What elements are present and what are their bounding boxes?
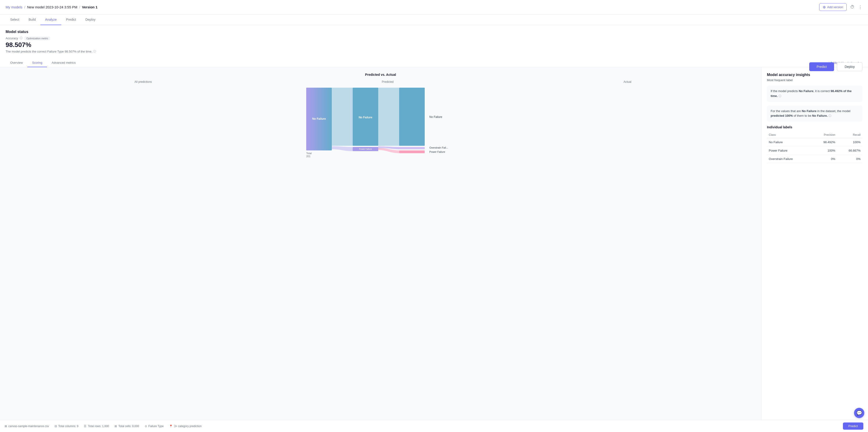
col-header-precision: Precision bbox=[812, 132, 837, 138]
chat-icon: 💬 bbox=[857, 410, 862, 416]
status-target: ⊙ Failure Type bbox=[145, 425, 164, 427]
insight2-bold3: No Failure. bbox=[812, 114, 828, 117]
svg-rect-3 bbox=[399, 88, 425, 146]
more-options-button[interactable]: ⋮ bbox=[858, 5, 862, 10]
main-content: Predicted vs. Actual All predictions Pre… bbox=[0, 67, 868, 427]
insight-block-2: For the values that are No Failure in th… bbox=[767, 106, 862, 122]
subtab-scoring[interactable]: Scoring bbox=[27, 59, 47, 67]
main-nav: Select Build Analyze Predict Deploy bbox=[0, 15, 868, 25]
model-status-title: Model status bbox=[6, 30, 862, 34]
status-file-name: canvas-sample-maintenance.csv bbox=[8, 425, 49, 427]
svg-rect-5 bbox=[399, 150, 425, 153]
table-row: Overstrain Failure 0% 0% bbox=[767, 155, 862, 163]
cells-icon: ⊞ bbox=[115, 425, 117, 427]
predict-button[interactable]: Predict bbox=[809, 62, 834, 71]
status-bar: ⊞ canvas-sample-maintenance.csv ⊟ Total … bbox=[0, 420, 868, 427]
insight-block-1: If the model predicts No Failure, it is … bbox=[767, 86, 862, 102]
svg-text:Power Failure: Power Failure bbox=[359, 148, 372, 150]
model-status-section: Model status Accuracy ⓘ Optimization met… bbox=[0, 25, 868, 54]
precision-power-failure: 100% bbox=[812, 146, 837, 155]
subtab-advanced[interactable]: Advanced metrics bbox=[47, 59, 80, 67]
accuracy-description: The model predicts the correct Failure T… bbox=[6, 50, 862, 54]
header-actions: ⊕ Add version ⏱ ⋮ bbox=[819, 3, 862, 11]
action-buttons: Predict Deploy bbox=[809, 62, 862, 71]
app-header: My models / New model 2023-10-24 3:55 PM… bbox=[0, 0, 868, 15]
accuracy-value: 98.507% bbox=[6, 41, 862, 49]
sankey-chart: No Failure No Failure Power Failure No F… bbox=[6, 85, 755, 164]
breadcrumb: My models / New model 2023-10-24 3:55 PM… bbox=[6, 5, 98, 9]
status-file: ⊞ canvas-sample-maintenance.csv bbox=[5, 425, 49, 427]
panel-title: Model accuracy insights bbox=[767, 73, 862, 77]
svg-text:No Failure: No Failure bbox=[359, 116, 372, 119]
status-prediction-type: 📍 3+ category prediction bbox=[169, 425, 202, 427]
model-name: New model 2023-10-24 3:55 PM bbox=[27, 5, 78, 9]
file-icon: ⊞ bbox=[5, 425, 7, 427]
rows-icon: ☰ bbox=[84, 425, 86, 427]
history-button[interactable]: ⏱ bbox=[850, 5, 855, 9]
precision-no-failure: 98.492% bbox=[812, 138, 837, 146]
desc-info-icon: ⓘ bbox=[93, 50, 96, 54]
precision-overstrain-failure: 0% bbox=[812, 155, 837, 163]
status-target-value: Failure Type bbox=[149, 425, 164, 427]
status-cells-value: Total cells: 9,000 bbox=[118, 425, 139, 427]
insight2-bold1: No Failure bbox=[802, 109, 817, 113]
right-panel: Model accuracy insights Most frequent la… bbox=[761, 67, 868, 427]
plus-circle-icon: ⊕ bbox=[823, 5, 826, 9]
col-header-class: Class bbox=[767, 132, 812, 138]
svg-text:Power Failure: Power Failure bbox=[429, 150, 445, 153]
class-power-failure: Power Failure bbox=[767, 146, 812, 155]
version-label: Version 1 bbox=[82, 5, 98, 9]
svg-rect-4 bbox=[399, 147, 425, 149]
chart-column-labels: All predictions Predicted Actual bbox=[6, 80, 755, 84]
status-columns: ⊟ Total columns: 9 bbox=[55, 425, 79, 427]
status-prediction-type-value: 3+ category prediction bbox=[174, 425, 202, 427]
recall-no-failure: 100% bbox=[837, 138, 862, 146]
predict-button-bottom[interactable]: Predict bbox=[843, 423, 863, 427]
status-cells: ⊞ Total cells: 9,000 bbox=[115, 425, 139, 427]
col-header-recall: Recall bbox=[837, 132, 862, 138]
insight1-bold1: No Failure bbox=[799, 89, 814, 93]
prediction-type-icon: 📍 bbox=[169, 425, 173, 427]
chart-title: Predicted vs. Actual bbox=[6, 73, 755, 77]
my-models-link[interactable]: My models bbox=[6, 5, 23, 9]
col-actual: Actual bbox=[624, 80, 631, 84]
recall-power-failure: 66.667% bbox=[837, 146, 862, 155]
col-all-predictions: All predictions bbox=[134, 80, 152, 84]
sep1: / bbox=[24, 5, 25, 9]
tab-build[interactable]: Build bbox=[24, 15, 40, 25]
status-rows-value: Total rows: 1,000 bbox=[88, 425, 109, 427]
chart-area: Predicted vs. Actual All predictions Pre… bbox=[0, 67, 761, 427]
insight1-info-icon: ⓘ bbox=[779, 94, 781, 98]
individual-labels-table: Class Precision Recall No Failure 98.492… bbox=[767, 132, 862, 163]
accuracy-desc-text: The model predicts the correct Failure T… bbox=[6, 50, 92, 53]
recall-overstrain-failure: 0% bbox=[837, 155, 862, 163]
table-row: No Failure 98.492% 100% bbox=[767, 138, 862, 146]
tab-analyze[interactable]: Analyze bbox=[40, 15, 61, 25]
tab-predict[interactable]: Predict bbox=[61, 15, 81, 25]
svg-text:Total: Total bbox=[306, 152, 312, 154]
individual-labels-title: Individual labels bbox=[767, 125, 862, 129]
add-version-button[interactable]: ⊕ Add version bbox=[819, 3, 847, 11]
accuracy-row: Accuracy ⓘ Optimization metric bbox=[6, 36, 862, 40]
status-rows: ☰ Total rows: 1,000 bbox=[84, 425, 109, 427]
svg-text:No Failure: No Failure bbox=[429, 115, 442, 119]
sep2: / bbox=[79, 5, 80, 9]
class-no-failure: No Failure bbox=[767, 138, 812, 146]
col-predicted: Predicted bbox=[382, 80, 394, 84]
tab-select[interactable]: Select bbox=[6, 15, 24, 25]
status-bar-info: ⊞ canvas-sample-maintenance.csv ⊟ Total … bbox=[5, 425, 202, 427]
tab-deploy[interactable]: Deploy bbox=[81, 15, 100, 25]
subtab-overview[interactable]: Overview bbox=[6, 59, 27, 67]
table-row: Power Failure 100% 66.667% bbox=[767, 146, 862, 155]
deploy-button[interactable]: Deploy bbox=[837, 62, 862, 71]
target-icon: ⊙ bbox=[145, 425, 147, 427]
svg-text:Overstrain Fail...: Overstrain Fail... bbox=[429, 146, 448, 149]
status-columns-value: Total columns: 9 bbox=[58, 425, 79, 427]
accuracy-label: Accuracy bbox=[6, 36, 18, 40]
add-version-label: Add version bbox=[827, 5, 843, 9]
insight2-info-icon: ⓘ bbox=[829, 114, 831, 117]
svg-text:No Failure: No Failure bbox=[312, 117, 326, 120]
accuracy-info-icon: ⓘ bbox=[20, 36, 23, 40]
most-frequent-label: Most frequent label bbox=[767, 78, 862, 82]
chat-bubble-button[interactable]: 💬 bbox=[854, 408, 864, 418]
